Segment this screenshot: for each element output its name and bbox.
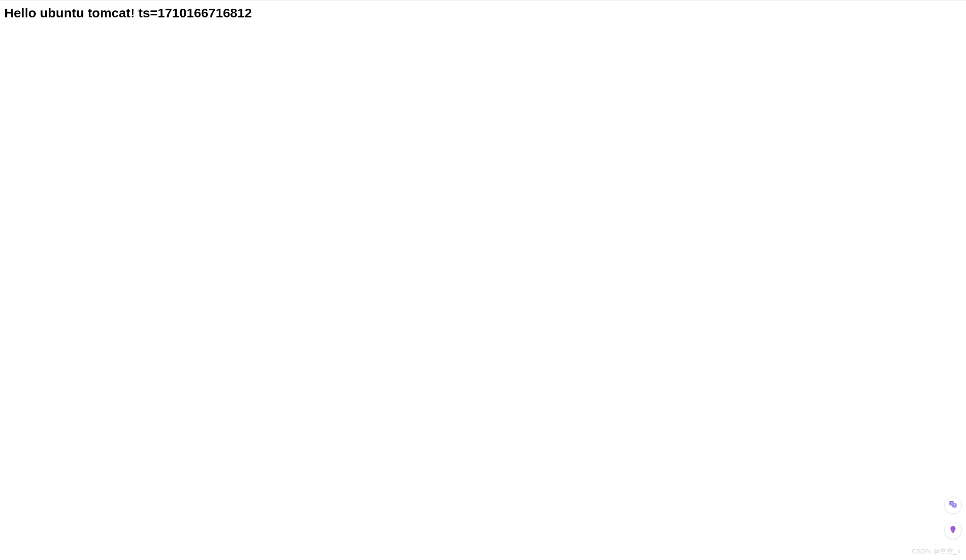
translate-button[interactable]: 文 A <box>944 497 962 514</box>
svg-text:A: A <box>953 504 956 507</box>
page-heading: Hello ubuntu tomcat! ts=1710166716812 <box>0 0 966 20</box>
translate-icon: 文 A <box>949 500 957 510</box>
svg-text:文: 文 <box>950 502 953 505</box>
svg-rect-5 <box>952 532 954 533</box>
floating-button-group: 文 A <box>944 497 962 539</box>
assistant-icon <box>949 525 957 536</box>
assistant-button[interactable] <box>944 522 962 539</box>
watermark-text: CSDN @空空_k <box>912 547 961 556</box>
page-body: Hello ubuntu tomcat! ts=1710166716812 文 … <box>0 0 966 560</box>
